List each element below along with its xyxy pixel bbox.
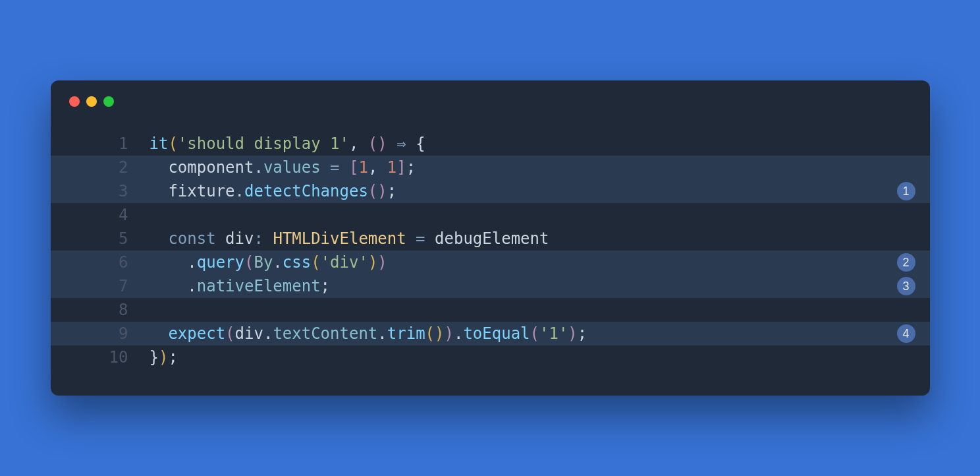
- zoom-icon[interactable]: [103, 96, 114, 107]
- line-number: 4: [51, 203, 150, 227]
- line-number: 2: [51, 156, 150, 179]
- code-line: 9 expect(div.textContent.trim()).toEqual…: [51, 322, 930, 345]
- code-content: });: [150, 345, 930, 369]
- code-line: 5 const div: HTMLDivElement = debugEleme…: [51, 227, 930, 251]
- annotation-badge: 1: [897, 182, 915, 200]
- code-content: expect(div.textContent.trim()).toEqual('…: [150, 322, 930, 345]
- line-number: 1: [51, 132, 150, 156]
- code-line: 3 fixture.detectChanges(); 1: [51, 179, 930, 203]
- line-number: 3: [51, 179, 150, 203]
- code-line: 8: [51, 298, 930, 322]
- line-number: 7: [51, 274, 150, 298]
- line-number: 6: [51, 251, 150, 274]
- line-number: 10: [51, 345, 150, 369]
- annotation-badge: 4: [897, 324, 915, 343]
- close-icon[interactable]: [69, 96, 80, 107]
- code-area[interactable]: 1 it('should display 1', () ⇒ { 2 compon…: [51, 112, 930, 396]
- code-content: it('should display 1', () ⇒ {: [150, 132, 930, 156]
- code-line: 6 .query(By.css('div')) 2: [51, 251, 930, 274]
- annotation-badge: 3: [897, 277, 915, 295]
- code-content: .query(By.css('div')): [150, 251, 930, 274]
- code-content: .nativeElement;: [150, 274, 930, 298]
- code-content: fixture.detectChanges();: [150, 179, 930, 203]
- line-number: 8: [51, 298, 150, 322]
- titlebar: [51, 80, 930, 112]
- code-content: const div: HTMLDivElement = debugElement: [150, 227, 930, 251]
- line-number: 5: [51, 227, 150, 251]
- editor-window: 1 it('should display 1', () ⇒ { 2 compon…: [51, 80, 930, 396]
- minimize-icon[interactable]: [86, 96, 97, 107]
- code-line: 10 });: [51, 345, 930, 369]
- code-line: 7 .nativeElement; 3: [51, 274, 930, 298]
- code-line: 4: [51, 203, 930, 227]
- code-content: component.values = [1, 1];: [150, 156, 930, 179]
- annotation-badge: 2: [897, 253, 915, 272]
- code-line: 1 it('should display 1', () ⇒ {: [51, 132, 930, 156]
- line-number: 9: [51, 322, 150, 345]
- code-line: 2 component.values = [1, 1];: [51, 156, 930, 179]
